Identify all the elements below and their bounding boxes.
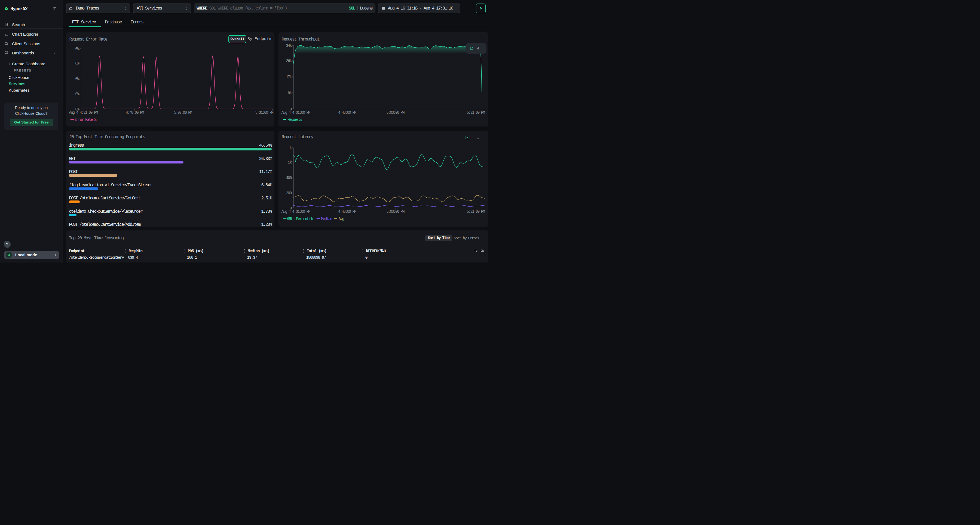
svg-text:5:31:00 PM: 5:31:00 PM [466, 209, 485, 214]
svg-text:0%: 0% [75, 77, 80, 81]
svg-text:26k: 26k [286, 59, 292, 63]
svg-text:9k: 9k [288, 90, 292, 95]
svg-text:4:48:00 PM: 4:48:00 PM [338, 111, 356, 115]
svg-text:5:03:00 PM: 5:03:00 PM [386, 111, 404, 115]
svg-text:0%: 0% [75, 46, 80, 51]
svg-text:Aug 4 4:31:00 PM: Aug 4 4:31:00 PM [69, 111, 98, 115]
svg-text:1k: 1k [288, 146, 292, 150]
svg-text:400: 400 [286, 176, 292, 180]
svg-text:17k: 17k [286, 75, 292, 79]
svg-text:5:31:00 PM: 5:31:00 PM [466, 111, 485, 115]
svg-text:Avg: Avg [338, 217, 344, 221]
svg-text:Requests: Requests [288, 117, 302, 122]
svg-text:Aug 4 4:31:00 PM: Aug 4 4:31:00 PM [281, 111, 310, 115]
svg-text:Aug 4 4:31:00 PM: Aug 4 4:31:00 PM [281, 209, 310, 214]
svg-text:0%: 0% [75, 92, 80, 96]
svg-text:Error Rate %: Error Rate % [75, 117, 97, 122]
svg-text:Median: Median [321, 217, 332, 221]
svg-text:5:31:00 PM: 5:31:00 PM [255, 111, 273, 115]
svg-text:5:03:00 PM: 5:03:00 PM [386, 209, 404, 214]
svg-text:95th Percentile: 95th Percentile [287, 217, 314, 221]
svg-text:34k: 34k [286, 43, 292, 48]
svg-text:200: 200 [286, 191, 292, 195]
svg-text:5:03:00 PM: 5:03:00 PM [174, 111, 192, 115]
svg-text:4:48:00 PM: 4:48:00 PM [338, 209, 356, 214]
svg-text:1k: 1k [288, 160, 292, 165]
svg-text:4:48:00 PM: 4:48:00 PM [126, 111, 144, 115]
svg-text:0%: 0% [75, 61, 80, 65]
